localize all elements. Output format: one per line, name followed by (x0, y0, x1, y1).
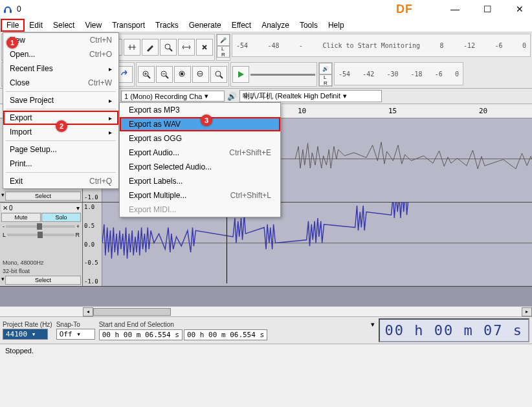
minimize-button[interactable]: — (445, 4, 465, 14)
meter-tick: -42 (362, 71, 374, 78)
close-button[interactable]: ✕ (510, 4, 529, 14)
meter-tick: - (299, 42, 303, 49)
status-text: Stopped. (5, 347, 34, 355)
menu-item-page-setup[interactable]: Page Setup... (3, 142, 118, 157)
multi-tool-button[interactable] (196, 39, 213, 56)
scroll-thumb[interactable] (93, 308, 171, 316)
menu-item-open[interactable]: Open...Ctrl+O (3, 47, 118, 61)
playback-device-select[interactable]: 喇叭/耳机 (Realtek High Definit ▾ (239, 90, 382, 102)
menu-help[interactable]: Help (323, 19, 349, 31)
lr-label-play: LR (319, 74, 332, 86)
meter-tick: -12 (463, 42, 475, 49)
track-select-button[interactable]: Select (5, 276, 81, 285)
titlebar: 0 DF — ☐ ✕ (0, 0, 532, 18)
menu-effect[interactable]: Effect (227, 19, 256, 31)
playback-meter[interactable]: -54 -42 -30 -18 -6 0 (334, 62, 463, 85)
maximize-button[interactable]: ☐ (478, 4, 497, 14)
recording-meter[interactable]: -54 -48 - Click to Start Monitoring 8 -1… (232, 34, 531, 57)
menu-tracks[interactable]: Tracks (150, 19, 184, 31)
callout-1: 1 (6, 37, 18, 49)
scroll-right-button[interactable]: ▸ (522, 307, 532, 316)
timeline-tick: 15 (388, 107, 397, 115)
track-menu-button[interactable]: ▾ (76, 204, 80, 212)
zoom-tool-button[interactable] (160, 39, 177, 56)
mic-icon: 🎤 (217, 34, 230, 46)
timeshift-tool-button[interactable] (178, 39, 195, 56)
scale-tick: -1.0 (84, 278, 100, 285)
play-at-speed-button[interactable] (232, 66, 249, 83)
menu-item-save-project[interactable]: Save Project (3, 93, 118, 107)
track-select-button[interactable]: Select (5, 192, 81, 201)
selection-end-input[interactable]: 00 h 00 m 06.554 s (184, 329, 267, 340)
menubar: File Edit Select View Transport Tracks G… (0, 18, 532, 32)
timeline-tick: 10 (298, 107, 306, 115)
zoom-toolbar (136, 62, 229, 87)
export-labels-item[interactable]: Export Labels... (120, 174, 280, 188)
solo-button[interactable]: Solo (41, 213, 81, 222)
zoom-out-button[interactable] (156, 66, 173, 83)
zoom-toggle-button[interactable] (210, 66, 227, 83)
export-multiple-item[interactable]: Export Multiple...Ctrl+Shift+L (120, 188, 280, 203)
track-format: 32-bit float (1, 267, 81, 275)
meter-tick: -18 (411, 71, 423, 78)
file-menu-dropdown: NewCtrl+N Open...Ctrl+O Recent Files Clo… (3, 32, 119, 189)
export-mp3-item[interactable]: Export as MP3 (120, 103, 280, 117)
export-ogg-item[interactable]: Export as OGG (120, 131, 280, 146)
mute-button[interactable]: Mute (1, 213, 41, 222)
gain-minus: - (3, 223, 5, 230)
gain-slider[interactable] (6, 225, 75, 228)
envelope-tool-button[interactable] (124, 39, 140, 56)
playatspeed-toolbar (230, 62, 317, 87)
svg-line-8 (170, 49, 172, 51)
snap-to-label: Snap-To (56, 321, 95, 328)
draw-tool-button[interactable] (142, 39, 159, 56)
svg-line-16 (148, 76, 150, 78)
track-info: Mono, 48000Hz (1, 259, 81, 267)
chevron-down-icon: ▾ (205, 92, 208, 100)
svg-line-18 (166, 76, 168, 78)
menu-generate[interactable]: Generate (184, 19, 227, 31)
scale-tick: -1.0 (84, 194, 100, 201)
meter-tick: -48 (268, 42, 280, 49)
track-name: 0 (9, 204, 13, 212)
project-rate-input[interactable]: 44100 ▾ (3, 329, 48, 340)
menu-item-recent[interactable]: Recent Files (3, 61, 118, 76)
menu-item-print[interactable]: Print... (3, 157, 118, 171)
export-selected-item[interactable]: Export Selected Audio... (120, 160, 280, 174)
speaker-icon: 🔊 (227, 92, 237, 101)
chevron-down-icon[interactable]: ▾ (371, 320, 375, 329)
zoom-in-button[interactable] (138, 66, 155, 83)
export-audio-item[interactable]: Export Audio...Ctrl+Shift+E (120, 146, 280, 160)
menu-item-exit[interactable]: ExitCtrl+Q (3, 174, 118, 188)
audio-position-display: 00 h 00 m 07 s (379, 318, 529, 342)
export-midi-item[interactable]: Export MIDI... (120, 203, 280, 217)
close-track-button[interactable]: ✕ (3, 204, 8, 212)
selection-start-input[interactable]: 00 h 00 m 06.554 s (99, 329, 183, 340)
project-rate-label: Project Rate (Hz) (3, 321, 52, 328)
menu-item-new[interactable]: NewCtrl+N (3, 33, 118, 47)
menu-file[interactable]: File (1, 19, 24, 31)
df-logo: DF (396, 3, 413, 16)
wave-vertical-scale: 1.0 0.5 0.0 -0.5 -1.0 (83, 203, 102, 286)
window-title: 0 (17, 5, 21, 14)
menu-transport[interactable]: Transport (107, 19, 150, 31)
horizontal-scrollbar[interactable]: ◂ ▸ (0, 306, 532, 316)
menu-select[interactable]: Select (48, 19, 80, 31)
menu-view[interactable]: View (80, 19, 107, 31)
svg-point-22 (216, 71, 221, 76)
menu-edit[interactable]: Edit (24, 19, 48, 31)
recording-channels-select[interactable]: 1 (Mono) Recording Cha ▾ (121, 91, 225, 102)
fit-selection-button[interactable] (174, 66, 191, 83)
snap-to-select[interactable]: Off ▾ (56, 329, 95, 340)
meter-hint: Click to Start Monitoring (322, 42, 420, 49)
menu-analyze[interactable]: Analyze (256, 19, 294, 31)
fit-project-button[interactable] (192, 66, 209, 83)
menu-item-close[interactable]: CloseCtrl+W (3, 76, 118, 90)
playback-speed-slider[interactable] (250, 74, 315, 76)
pan-slider[interactable] (7, 234, 74, 236)
export-wav-item[interactable]: Export as WAV (120, 117, 280, 131)
rec-channels-value: 1 (Mono) Recording Cha (124, 93, 202, 100)
speaker-icon: 🔊 (319, 63, 332, 74)
scroll-left-button[interactable]: ◂ (83, 307, 93, 316)
menu-tools[interactable]: Tools (294, 19, 323, 31)
